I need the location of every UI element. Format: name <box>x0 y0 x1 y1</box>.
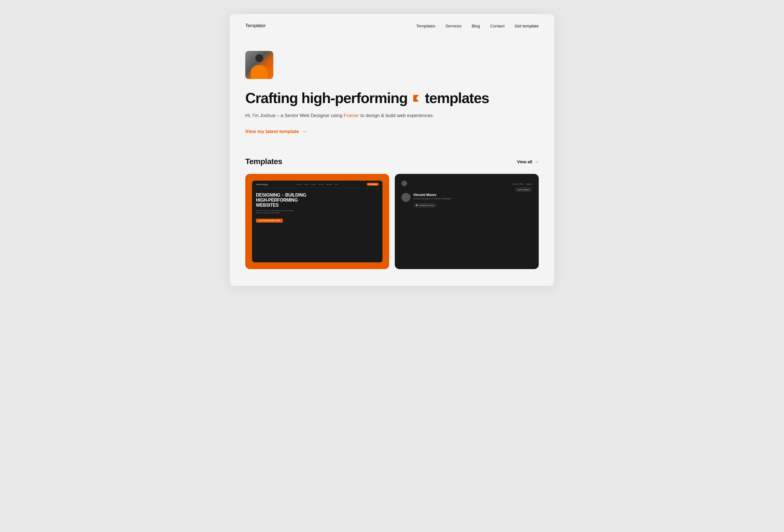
view-all-label: View all <box>517 159 532 164</box>
hero-title-end: templates <box>425 90 489 106</box>
templates-section: Templates View all → caleb.design Benefi… <box>230 157 554 286</box>
section-header: Templates View all → <box>245 157 539 166</box>
templates-section-title: Templates <box>245 157 282 166</box>
template-card-orange[interactable]: caleb.design Benefits Process Projects S… <box>245 174 389 269</box>
templates-grid: caleb.design Benefits Process Projects S… <box>245 174 539 269</box>
template-headline-line2: HIGH-PERFORMING <box>256 198 379 203</box>
logo[interactable]: Templator <box>245 23 266 29</box>
template-dark-name: Vincent Moore <box>413 193 512 197</box>
nav-templates[interactable]: Templates <box>416 24 435 28</box>
view-latest-template-cta[interactable]: View my latest template → <box>245 128 307 135</box>
template-dark-time: 7:39:14 PM <box>511 183 523 185</box>
inner-nav-process: Process <box>304 184 309 185</box>
template-inner-nav: Benefits Process Projects Services Templ… <box>296 184 338 185</box>
template-body-text: Hello there, I'm caleb – I craft website… <box>256 210 295 214</box>
navigation: Templates Services Blog Contact Get temp… <box>416 24 539 28</box>
template-card-content: DESIGNING + BUILDING HIGH-PERFORMING WEB… <box>252 188 383 227</box>
inner-nav-services: Services <box>318 184 324 185</box>
badge-dot <box>416 204 418 206</box>
template-dark-topbar-right: 7:39:14 PM Menu <box>511 181 532 186</box>
badge-label: Available for work <box>419 204 434 206</box>
hero-section: Crafting high-performing templates Hi, I… <box>230 37 554 157</box>
template-card-nav: caleb.design Benefits Process Projects S… <box>252 180 383 188</box>
template-dark-topbar: 7:39:14 PM Menu <box>401 180 532 186</box>
inner-nav-cta: Get template <box>367 183 379 186</box>
hero-subtitle: Hi, I'm Joshua – a Senior Web Designer u… <box>245 112 539 119</box>
template-dark-profile-info: Vincent Moore Product Designer & Framer … <box>413 193 512 207</box>
inner-nav-projects: Projects <box>311 184 316 185</box>
template-dark-avatar-small <box>401 180 407 186</box>
template-headline-line3: WEBSITES <box>256 203 379 208</box>
template-dark-profile: Vincent Moore Product Designer & Framer … <box>401 193 532 207</box>
template-headline: DESIGNING + BUILDING HIGH-PERFORMING WEB… <box>256 193 379 207</box>
template-card-dark-inner: 7:39:14 PM Menu Vincent Moore Product De… <box>401 180 532 262</box>
cta-label: View my latest template <box>245 129 299 134</box>
view-all-link[interactable]: View all → <box>517 159 539 164</box>
nav-contact[interactable]: Contact <box>490 24 505 28</box>
inner-nav-benefits: Benefits <box>296 184 301 185</box>
framer-icon <box>411 93 421 104</box>
nav-services[interactable]: Services <box>446 24 462 28</box>
hero-title: Crafting high-performing templates <box>245 90 539 106</box>
nav-get-template[interactable]: Get template <box>515 24 539 28</box>
view-all-arrow: → <box>534 159 539 164</box>
template-dark-profile-avatar <box>401 193 411 202</box>
template-dark-badge: Available for work <box>413 203 437 207</box>
header: Templator Templates Services Blog Contac… <box>230 14 554 37</box>
cta-arrow: → <box>302 128 307 135</box>
inner-nav-templates: Templates <box>326 184 332 185</box>
avatar <box>245 51 273 79</box>
hero-subtitle-end: to design & build web experiences. <box>359 113 434 118</box>
template-dark-connect-btn[interactable]: Let's connect <box>515 187 532 192</box>
hero-subtitle-start: Hi, I'm Joshua – a Senior Web Designer u… <box>245 113 344 118</box>
inner-nav-about: About <box>335 184 338 185</box>
template-dark-role: Product Designer & Framer Developer <box>413 197 512 200</box>
template-headline-line1: DESIGNING + BUILDING <box>256 193 379 198</box>
template-card-orange-inner: caleb.design Benefits Process Projects S… <box>252 180 383 262</box>
framer-link[interactable]: Framer <box>344 113 359 118</box>
avatar-image <box>245 51 273 79</box>
nav-blog[interactable]: Blog <box>472 24 480 28</box>
template-inner-logo: caleb.design <box>256 184 268 185</box>
template-cta-btn: LET'S START BUILDING YOURS <box>256 219 283 223</box>
hero-title-start: Crafting high-performing <box>245 90 408 106</box>
template-card-dark[interactable]: 7:39:14 PM Menu Vincent Moore Product De… <box>395 174 539 269</box>
template-dark-menu-label: Menu <box>526 183 532 185</box>
page-container: Templator Templates Services Blog Contac… <box>230 14 554 286</box>
